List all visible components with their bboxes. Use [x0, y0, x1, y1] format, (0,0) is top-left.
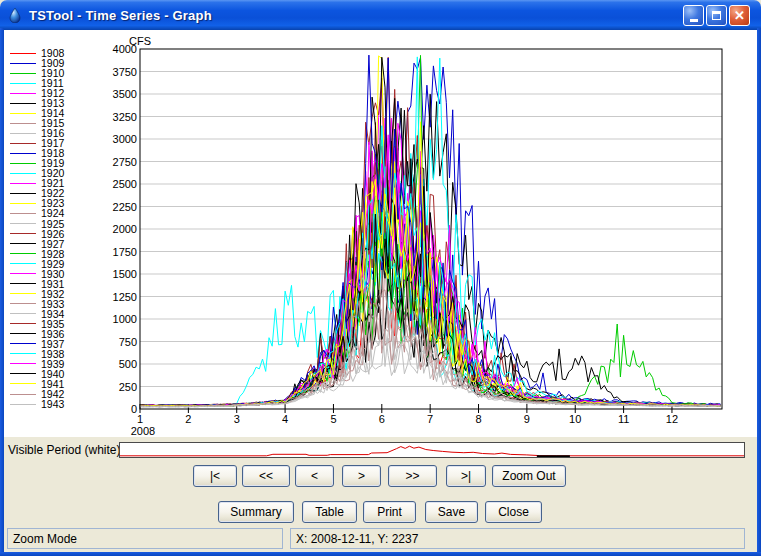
y-tick-label: 250	[119, 381, 137, 393]
window-border-right	[757, 28, 761, 556]
summary-button[interactable]: Summary	[218, 501, 294, 523]
y-tick-label: 2250	[113, 201, 137, 213]
visible-period-overview[interactable]	[119, 442, 745, 458]
x-tick-label: 8	[475, 413, 481, 425]
go-last-button[interactable]: >|	[446, 465, 486, 487]
y-tick-label: 3750	[113, 66, 137, 78]
y-tick-label: 3500	[113, 88, 137, 100]
y-tick-label: 1250	[113, 291, 137, 303]
x-tick-label: 10	[569, 413, 581, 425]
x-tick-label: 12	[666, 413, 678, 425]
x-tick-label: 3	[234, 413, 240, 425]
y-tick-label: 1500	[113, 268, 137, 280]
save-button[interactable]: Save	[425, 501, 478, 523]
go-first-button[interactable]: |<	[193, 465, 237, 487]
close-window-button[interactable]: ✕	[729, 5, 750, 26]
maximize-button[interactable]	[706, 5, 727, 26]
x-tick-label: 6	[379, 413, 385, 425]
window-border-bottom	[0, 552, 761, 556]
close-button[interactable]: Close	[485, 501, 542, 523]
water-drop-icon	[7, 7, 23, 23]
y-tick-label: 3000	[113, 133, 137, 145]
page-forward-button[interactable]: >>	[388, 465, 437, 487]
y-tick-label: 1750	[113, 246, 137, 258]
table-button[interactable]: Table	[302, 501, 357, 523]
x-tick-label: 5	[330, 413, 336, 425]
window-title-bar[interactable]: TSTool - Time Series - Graph ✕	[0, 0, 761, 30]
graph-canvas: 1908190919101911191219131914191519161917…	[4, 30, 757, 437]
visible-period-label: Visible Period (white):	[8, 443, 124, 457]
x-tick-label: 7	[427, 413, 433, 425]
zoom-out-button[interactable]: Zoom Out	[492, 465, 566, 487]
x-tick-label: 11	[618, 413, 629, 425]
y-tick-label: 750	[119, 336, 137, 348]
x-tick-label: 1	[137, 413, 143, 425]
overview-flow-line	[120, 446, 744, 456]
tstool-graph-window: TSTool - Time Series - Graph ✕ 190819091…	[0, 0, 761, 556]
x-axis-year-label: 2008	[131, 425, 155, 437]
close-x-icon: ✕	[734, 9, 745, 22]
print-button[interactable]: Print	[363, 501, 416, 523]
step-forward-button[interactable]: >	[342, 465, 381, 487]
y-tick-label: 2750	[113, 156, 137, 168]
y-tick-label: 2000	[113, 223, 137, 235]
minimize-icon	[690, 19, 698, 22]
time-series-plot[interactable]: CFS0250500750100012501500175020002250250…	[4, 30, 757, 437]
page-back-button[interactable]: <<	[242, 465, 290, 487]
y-tick-label: 500	[119, 358, 137, 370]
status-mode-field: Zoom Mode	[7, 528, 283, 549]
minimize-button[interactable]	[683, 5, 704, 26]
x-tick-label: 4	[282, 413, 288, 425]
y-tick-label: 1000	[113, 313, 137, 325]
y-tick-label: 3250	[113, 111, 137, 123]
y-tick-label: 2500	[113, 178, 137, 190]
step-back-button[interactable]: <	[295, 465, 334, 487]
window-title: TSTool - Time Series - Graph	[29, 8, 212, 23]
x-tick-label: 9	[524, 413, 530, 425]
maximize-icon	[712, 11, 721, 20]
x-tick-label: 2	[185, 413, 191, 425]
status-coords-field: X: 2008-12-11, Y: 2237	[290, 528, 745, 549]
y-tick-label: 4000	[113, 43, 137, 55]
